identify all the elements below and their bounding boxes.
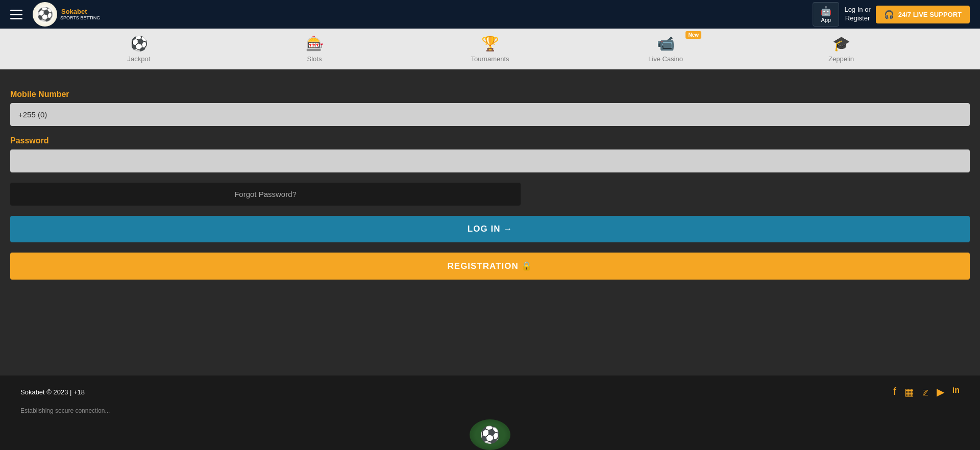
nav-item-tournaments[interactable]: 🏆 Tournaments <box>459 35 521 63</box>
phone-number-input[interactable] <box>122 103 970 126</box>
logo-circle: ⚽ <box>33 2 57 27</box>
zeppelin-icon: 🎓 <box>832 35 850 52</box>
slots-icon: 🎰 <box>306 35 324 52</box>
app-button[interactable]: 🤖 App <box>813 2 839 27</box>
register-button[interactable]: REGISTRATION 🔒 <box>10 253 970 280</box>
top-nav: ⚽ Sokabet SPORTS BETTING 🤖 App Log In or… <box>0 0 980 29</box>
instagram-icon[interactable]: ▦ <box>904 386 914 398</box>
phone-row <box>10 103 970 126</box>
slots-label: Slots <box>307 55 322 63</box>
linkedin-icon[interactable]: in <box>952 386 960 398</box>
login-register-label: Log In orRegister <box>844 6 870 22</box>
phone-prefix-field[interactable] <box>10 103 122 126</box>
facebook-icon[interactable]: f <box>893 386 896 398</box>
jackpot-label: Jackpot <box>128 55 151 63</box>
forgot-password-button[interactable]: Forgot Password? <box>10 183 521 206</box>
new-badge: New <box>685 31 701 39</box>
secondary-nav: ⚽ Jackpot 🎰 Slots 🏆 Tournaments 📹 New Li… <box>0 29 980 69</box>
footer-logo: ⚽ <box>20 414 960 450</box>
live-support-label: 24/7 LIVE SUPPORT <box>898 11 962 18</box>
login-form: Mobile Number Password Forgot Password? … <box>10 90 970 280</box>
password-label: Password <box>10 136 970 145</box>
nav-item-slots[interactable]: 🎰 Slots <box>284 35 345 63</box>
tournaments-label: Tournaments <box>471 55 509 63</box>
headset-icon: 🎧 <box>884 10 894 19</box>
top-nav-left: ⚽ Sokabet SPORTS BETTING <box>10 2 100 27</box>
login-submit-button[interactable]: LOG IN → <box>10 216 970 242</box>
top-nav-right: 🤖 App Log In orRegister 🎧 24/7 LIVE SUPP… <box>813 2 970 27</box>
footer: Sokabet © 2023 | +18 f ▦ 𝕫 ▶ in Establis… <box>0 376 980 450</box>
footer-status: Establishing secure connection... <box>20 403 960 414</box>
nav-item-zeppelin[interactable]: 🎓 Zeppelin <box>811 35 872 63</box>
twitter-icon[interactable]: 𝕫 <box>922 386 928 398</box>
nav-item-jackpot[interactable]: ⚽ Jackpot <box>108 35 169 63</box>
main-content: Mobile Number Password Forgot Password? … <box>0 69 980 376</box>
trophy-icon: 🏆 <box>481 35 499 52</box>
forgot-password-label: Forgot Password? <box>234 190 297 198</box>
nav-item-live-casino[interactable]: 📹 New Live Casino <box>635 35 696 63</box>
logo-text: Sokabet <box>61 8 100 15</box>
zeppelin-label: Zeppelin <box>828 55 854 63</box>
hamburger-menu[interactable] <box>10 10 22 19</box>
login-register-button[interactable]: Log In orRegister <box>844 6 870 23</box>
android-icon: 🤖 <box>820 6 831 17</box>
social-icons: f ▦ 𝕫 ▶ in <box>893 386 960 398</box>
live-casino-icon: 📹 <box>657 35 675 52</box>
logo-sub: SPORTS BETTING <box>60 15 100 20</box>
jackpot-icon: ⚽ <box>130 35 148 52</box>
footer-copyright: Sokabet © 2023 | +18 <box>20 388 85 396</box>
footer-main: Sokabet © 2023 | +18 f ▦ 𝕫 ▶ in <box>20 386 960 403</box>
app-label: App <box>821 17 831 23</box>
logo[interactable]: ⚽ Sokabet SPORTS BETTING <box>33 2 100 27</box>
password-input[interactable] <box>10 149 970 172</box>
youtube-icon[interactable]: ▶ <box>937 386 944 398</box>
register-label: REGISTRATION 🔒 <box>448 261 533 271</box>
footer-logo-image: ⚽ <box>470 419 510 450</box>
login-submit-label: LOG IN → <box>468 224 512 234</box>
mobile-label: Mobile Number <box>10 90 970 99</box>
live-casino-label: Live Casino <box>648 55 683 63</box>
live-support-button[interactable]: 🎧 24/7 LIVE SUPPORT <box>876 6 970 23</box>
